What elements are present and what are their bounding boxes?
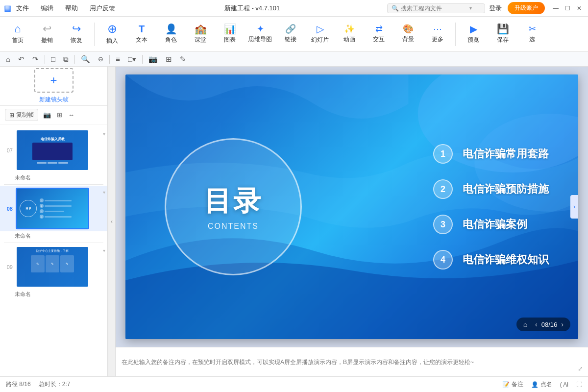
- toolbar-save[interactable]: 💾 保存: [489, 19, 516, 50]
- toolbar-animation[interactable]: ✨ 动画: [336, 19, 363, 50]
- toolbar-insert[interactable]: ⊕ 插入: [98, 19, 126, 50]
- crop-tool-icon[interactable]: ⊞: [56, 110, 63, 120]
- link-icon: 🔗: [285, 24, 296, 33]
- itb-home-icon[interactable]: ⌂: [4, 54, 12, 64]
- minimize-button[interactable]: —: [551, 3, 561, 13]
- slide-item-09[interactable]: 09 防护中心主要措施 - 了解 ✎ ✎ ✎ ▾: [0, 244, 107, 290]
- new-frame-area[interactable]: + 新建镜头帧: [0, 67, 107, 106]
- search-box[interactable]: 🔍 ▾: [387, 3, 485, 13]
- toc-item-3: 3 电信诈骗案例: [433, 215, 549, 234]
- toolbar-preview[interactable]: ▶ 预览: [460, 19, 487, 50]
- toc-subtitle: CONTENTS: [208, 222, 259, 231]
- toolbar-separator-1: [94, 23, 95, 46]
- menu-edit[interactable]: 编辑: [39, 3, 55, 14]
- status-ai-button[interactable]: ( Ai: [560, 381, 568, 388]
- itb-copy-icon[interactable]: ⧉: [61, 54, 71, 65]
- toolbar-link[interactable]: 🔗 链接: [277, 19, 304, 50]
- upgrade-button[interactable]: 升级账户: [508, 2, 545, 14]
- interact-icon: ⇄: [375, 24, 383, 33]
- redo-label: 恢复: [71, 36, 82, 45]
- itb-align-icon[interactable]: ≡: [114, 54, 122, 64]
- itb-zoomout-icon[interactable]: ⊖: [96, 54, 105, 64]
- toolbar-interact[interactable]: ⇄ 交互: [365, 19, 392, 50]
- notes-input[interactable]: [122, 359, 582, 366]
- slideshow-label: 幻灯片: [311, 36, 329, 44]
- itb-sep-2: [74, 55, 75, 64]
- point-icon: 👤: [531, 381, 539, 388]
- chart-label: 图表: [224, 36, 236, 44]
- menu-help[interactable]: 帮助: [63, 3, 80, 14]
- preview-icon: ▶: [470, 24, 477, 34]
- itb-grid-icon[interactable]: ⊞: [164, 54, 174, 65]
- home-icon: ⌂: [14, 24, 21, 34]
- status-note-button[interactable]: 📝 备注: [502, 380, 523, 389]
- menu-file[interactable]: 文件: [14, 3, 31, 14]
- classroom-label: 课堂: [195, 36, 206, 44]
- toolbar-separator-2: [455, 23, 456, 46]
- toolbar-background[interactable]: 🎨 背景: [394, 19, 422, 50]
- status-fullscreen-button[interactable]: ⛶: [576, 381, 582, 388]
- status-point-button[interactable]: 👤 点名: [531, 380, 552, 389]
- login-button[interactable]: 登录: [489, 4, 502, 13]
- toolbar-character[interactable]: 👤 角色: [157, 19, 185, 50]
- itb-camera-icon[interactable]: 📷: [147, 54, 160, 65]
- toolbar-text[interactable]: T 文本: [128, 19, 155, 50]
- search-input[interactable]: [401, 5, 469, 12]
- toolbar-chart[interactable]: 📊 图表: [216, 19, 244, 50]
- nav-next-button[interactable]: ›: [559, 319, 565, 329]
- itb-redo-icon[interactable]: ↷: [30, 54, 41, 65]
- slide-separator-2: [4, 243, 103, 243]
- slideshow-icon: ▷: [317, 24, 324, 34]
- character-label: 角色: [165, 36, 177, 44]
- toolbar-undo[interactable]: ↩ 撤销: [33, 19, 61, 50]
- copy-frame-label: 复制帧: [16, 111, 34, 119]
- toc-circle: 目录 CONTENTS: [165, 138, 302, 275]
- toolbar-slideshow[interactable]: ▷ 幻灯片: [306, 19, 334, 50]
- redo-icon: ↪: [72, 24, 81, 34]
- itb-undo-icon[interactable]: ↶: [16, 54, 26, 65]
- notes-expand-icon[interactable]: ⤢: [578, 365, 583, 372]
- canvas-navigation: ⌂ ‹ 08/16 ›: [516, 318, 570, 331]
- itb-distribute-icon[interactable]: □▾: [126, 54, 138, 65]
- slide-number-09: 09: [4, 264, 13, 270]
- toc-num-1: 1: [433, 144, 453, 164]
- toolbar-home[interactable]: ⌂ 首页: [4, 19, 31, 50]
- nav-prev-button[interactable]: ‹: [533, 319, 539, 329]
- status-left: 路径 8/16 总时长：2:7: [6, 380, 502, 389]
- new-frame-icon: +: [34, 68, 74, 93]
- status-duration: 总时长：2:7: [39, 380, 71, 389]
- window-controls: — ☐ ✕: [551, 3, 584, 13]
- interact-label: 交互: [373, 35, 385, 44]
- toolbar-more[interactable]: ⋯ 更多: [424, 19, 451, 50]
- itb-zoomin-icon[interactable]: 🔍: [79, 54, 92, 65]
- toolbar-classroom[interactable]: 🏫 课堂: [187, 19, 214, 50]
- expand-arrow-07[interactable]: ▾: [103, 131, 105, 137]
- notes-area: ⤢: [116, 347, 588, 376]
- itb-frame-icon[interactable]: □: [49, 54, 57, 64]
- expand-arrow-08[interactable]: ▾: [103, 190, 105, 195]
- slide-thumb-07: 电信诈骗入员教: [16, 129, 89, 171]
- expand-arrow-09[interactable]: ▾: [103, 248, 105, 253]
- toc-num-4: 4: [433, 250, 453, 270]
- search-dropdown-icon[interactable]: ▾: [469, 5, 472, 11]
- text-icon: T: [139, 24, 145, 34]
- copy-frame-button[interactable]: ⊞ 复制帧: [5, 109, 38, 121]
- close-button[interactable]: ✕: [574, 3, 584, 13]
- select-icon: ✂: [529, 24, 536, 33]
- sidebar-collapse-handle[interactable]: ‹: [108, 67, 116, 376]
- toolbar-mindmap[interactable]: ✦ 思维导图: [245, 19, 275, 50]
- slide-number-07: 07: [4, 147, 13, 153]
- camera-tool-icon[interactable]: 📷: [42, 110, 52, 120]
- toolbar-select[interactable]: ✂ 选: [518, 19, 546, 50]
- slide-item-07[interactable]: 07 电信诈骗入员教 ▾: [0, 127, 107, 173]
- undo-icon: ↩: [43, 24, 51, 34]
- itb-edit-icon[interactable]: ✎: [178, 54, 188, 65]
- nav-home-button[interactable]: ⌂: [521, 319, 529, 329]
- toolbar-redo[interactable]: ↪ 恢复: [63, 19, 90, 50]
- slide-item-08[interactable]: 08 目录 1 2: [0, 186, 107, 231]
- right-panel-toggle[interactable]: ›: [570, 195, 578, 219]
- move-tool-icon[interactable]: ↔: [67, 110, 75, 120]
- menu-feedback[interactable]: 用户反馈: [88, 3, 117, 14]
- maximize-button[interactable]: ☐: [563, 3, 572, 13]
- save-label: 保存: [497, 36, 509, 44]
